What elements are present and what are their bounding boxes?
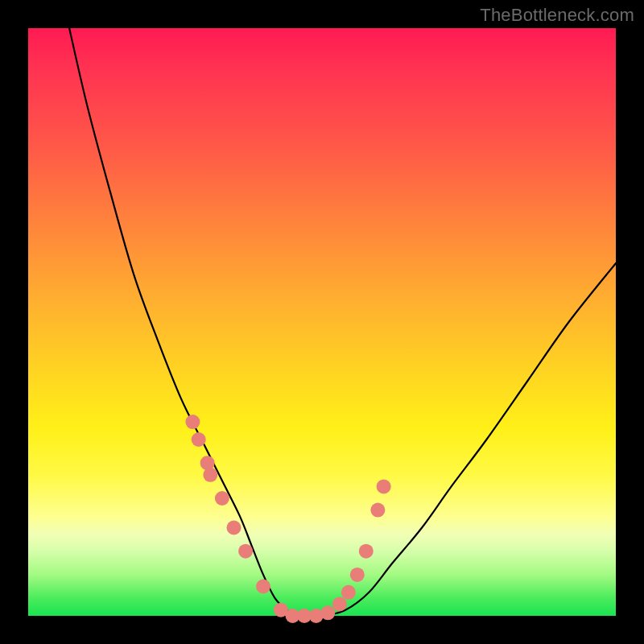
marker-dot — [332, 597, 347, 611]
marker-dot — [185, 415, 200, 429]
watermark-text: TheBottleneck.com — [480, 5, 634, 26]
marker-dot — [203, 468, 217, 482]
marker-dot — [227, 521, 242, 535]
marker-dot — [350, 568, 365, 582]
chart-frame: TheBottleneck.com — [0, 0, 644, 644]
marker-dot — [359, 544, 374, 559]
marker-dot — [192, 432, 206, 447]
marker-dot — [377, 479, 391, 493]
marker-dot — [370, 503, 385, 518]
marker-dot — [320, 605, 335, 620]
marker-dot — [256, 580, 270, 594]
marker-dots — [185, 415, 390, 623]
bottleneck-curve — [69, 28, 616, 617]
plot-area — [28, 28, 616, 616]
marker-dot — [341, 585, 356, 600]
marker-dot — [238, 544, 253, 559]
marker-dot — [215, 491, 229, 506]
curve-layer — [28, 28, 616, 616]
